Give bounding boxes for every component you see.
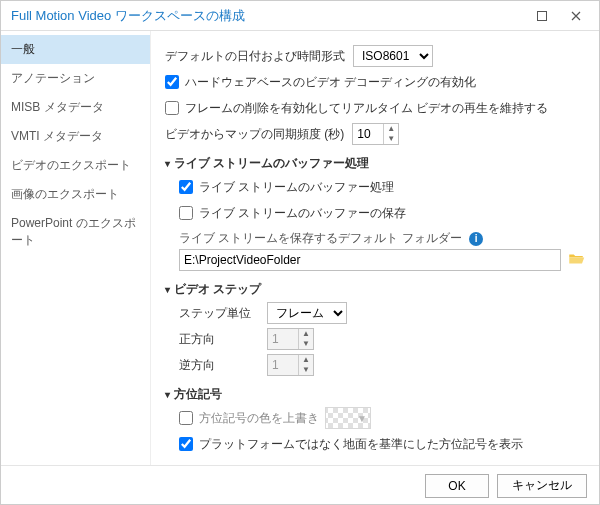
step-unit-select[interactable]: フレーム bbox=[267, 302, 347, 324]
step-fwd-input bbox=[268, 329, 298, 349]
info-icon[interactable]: i bbox=[469, 232, 483, 246]
chevron-down-icon: ▾ bbox=[165, 389, 170, 400]
chevron-down-icon: ▾ bbox=[165, 284, 170, 295]
sidebar-item-vmti[interactable]: VMTI メタデータ bbox=[1, 122, 150, 151]
maximize-button[interactable] bbox=[525, 2, 559, 30]
section-step-label: ビデオ ステップ bbox=[174, 281, 261, 298]
close-button[interactable] bbox=[559, 2, 593, 30]
ok-button[interactable]: OK bbox=[425, 474, 489, 498]
dir-ground-checkbox[interactable] bbox=[179, 437, 193, 451]
sidebar: 一般 アノテーション MISB メタデータ VMTI メタデータ ビデオのエクス… bbox=[1, 31, 151, 465]
date-format-label: デフォルトの日付および時間形式 bbox=[165, 48, 345, 65]
step-fwd-spinner: ▲▼ bbox=[267, 328, 314, 350]
chevron-up-icon: ▲ bbox=[299, 355, 313, 365]
section-step[interactable]: ▾ ビデオ ステップ bbox=[165, 281, 585, 298]
stream-buffer-label: ライブ ストリームのバッファー処理 bbox=[199, 179, 394, 196]
section-stream-label: ライブ ストリームのバッファー処理 bbox=[174, 155, 369, 172]
window-title: Full Motion Video ワークスペースの構成 bbox=[11, 7, 525, 25]
color-swatch: ▼ bbox=[325, 407, 371, 429]
stream-save-label: ライブ ストリームのバッファーの保存 bbox=[199, 205, 406, 222]
frame-drop-checkbox[interactable] bbox=[165, 101, 179, 115]
sidebar-item-export-ppt[interactable]: PowerPoint のエクスポート bbox=[1, 209, 150, 255]
footer: OK キャンセル bbox=[1, 465, 599, 505]
stream-folder-input[interactable] bbox=[179, 249, 561, 271]
sidebar-item-misb[interactable]: MISB メタデータ bbox=[1, 93, 150, 122]
section-direction-label: 方位記号 bbox=[174, 386, 222, 403]
date-format-select[interactable]: ISO8601 bbox=[353, 45, 433, 67]
sync-spinner[interactable]: ▲▼ bbox=[352, 123, 399, 145]
section-stream[interactable]: ▾ ライブ ストリームのバッファー処理 bbox=[165, 155, 585, 172]
title-bar: Full Motion Video ワークスペースの構成 bbox=[1, 1, 599, 31]
dir-override-checkbox[interactable] bbox=[179, 411, 193, 425]
hw-decoding-label: ハードウェアベースのビデオ デコーディングの有効化 bbox=[185, 74, 476, 91]
cancel-button[interactable]: キャンセル bbox=[497, 474, 587, 498]
sidebar-item-annotation[interactable]: アノテーション bbox=[1, 64, 150, 93]
close-icon bbox=[571, 11, 581, 21]
chevron-down-icon: ▼ bbox=[357, 413, 370, 424]
chevron-up-icon: ▲ bbox=[299, 329, 313, 339]
chevron-down-icon[interactable]: ▼ bbox=[384, 134, 398, 144]
chevron-down-icon: ▾ bbox=[165, 158, 170, 169]
chevron-down-icon: ▼ bbox=[299, 339, 313, 349]
sync-input[interactable] bbox=[353, 124, 383, 144]
step-unit-label: ステップ単位 bbox=[179, 305, 259, 322]
step-fwd-label: 正方向 bbox=[179, 331, 259, 348]
dir-override-label: 方位記号の色を上書き bbox=[199, 410, 319, 427]
stream-save-checkbox[interactable] bbox=[179, 206, 193, 220]
step-back-spinner: ▲▼ bbox=[267, 354, 314, 376]
content-panel: デフォルトの日付および時間形式 ISO8601 ハードウェアベースのビデオ デコ… bbox=[151, 31, 599, 465]
sync-label: ビデオからマップの同期頻度 (秒) bbox=[165, 126, 344, 143]
chevron-up-icon[interactable]: ▲ bbox=[384, 124, 398, 134]
hw-decoding-checkbox[interactable] bbox=[165, 75, 179, 89]
sidebar-item-export-image[interactable]: 画像のエクスポート bbox=[1, 180, 150, 209]
frame-drop-label: フレームの削除を有効化してリアルタイム ビデオの再生を維持する bbox=[185, 100, 548, 117]
sidebar-item-general[interactable]: 一般 bbox=[1, 35, 150, 64]
sidebar-item-export-video[interactable]: ビデオのエクスポート bbox=[1, 151, 150, 180]
step-back-input bbox=[268, 355, 298, 375]
stream-folder-label: ライブ ストリームを保存するデフォルト フォルダー bbox=[179, 231, 462, 245]
dir-ground-label: プラットフォームではなく地面を基準にした方位記号を表示 bbox=[199, 436, 523, 453]
stream-buffer-checkbox[interactable] bbox=[179, 180, 193, 194]
step-back-label: 逆方向 bbox=[179, 357, 259, 374]
browse-folder-button[interactable] bbox=[567, 250, 585, 271]
folder-open-icon bbox=[567, 250, 585, 268]
maximize-icon bbox=[537, 11, 547, 21]
section-direction[interactable]: ▾ 方位記号 bbox=[165, 386, 585, 403]
svg-rect-0 bbox=[538, 11, 547, 20]
chevron-down-icon: ▼ bbox=[299, 365, 313, 375]
